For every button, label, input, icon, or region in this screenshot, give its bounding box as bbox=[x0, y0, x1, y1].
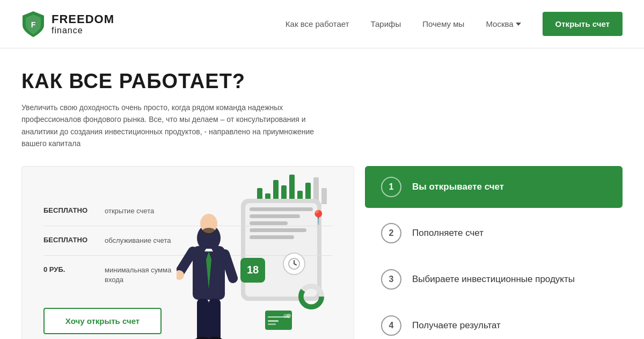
brand-name: FREEDOM bbox=[52, 13, 114, 26]
map-pin-icon: 📍 bbox=[310, 210, 327, 226]
main-content: КАК ВСЕ РАБОТАЕТ? Увеличить свою доходно… bbox=[0, 48, 644, 339]
brand-tagline: finance bbox=[52, 26, 114, 35]
page-title: КАК ВСЕ РАБОТАЕТ? bbox=[21, 70, 623, 93]
open-account-button[interactable]: Открыть счет bbox=[543, 12, 623, 36]
logo-text: FREEDOM finance bbox=[52, 13, 114, 35]
step-3-label: Выбираете инвестиционные продукты bbox=[412, 274, 575, 285]
pie-chart-svg bbox=[298, 284, 324, 309]
clock-icon bbox=[283, 253, 305, 275]
svg-line-18 bbox=[179, 251, 193, 273]
svg-point-14 bbox=[202, 228, 215, 234]
card-svg bbox=[265, 311, 292, 332]
logo-shield-icon: F bbox=[21, 10, 45, 38]
info-value-1: открытие счета bbox=[105, 206, 154, 216]
header: F FREEDOM finance Как все работает Тариф… bbox=[0, 0, 644, 48]
step-4-label: Получаете результат bbox=[412, 320, 501, 331]
steps-panel: 1 Вы открываете счет 2 Пополняете счет 3… bbox=[354, 166, 623, 339]
person-svg bbox=[177, 208, 241, 339]
step-1-number: 1 bbox=[381, 177, 401, 197]
nav-why-us[interactable]: Почему мы bbox=[422, 19, 464, 28]
person-figure bbox=[177, 208, 241, 339]
svg-rect-22 bbox=[209, 299, 221, 339]
info-label-2: БЕСПЛАТНО bbox=[43, 236, 92, 244]
pie-chart-icon bbox=[298, 284, 324, 312]
info-value-2: обслуживание счета bbox=[105, 236, 171, 246]
nav-tariffs[interactable]: Тарифы bbox=[371, 19, 401, 28]
card-icon bbox=[265, 311, 292, 334]
info-label-3: 0 РУБ. bbox=[43, 265, 92, 273]
svg-rect-21 bbox=[197, 299, 209, 339]
content-section: 18 📍 bbox=[21, 166, 623, 339]
step-1[interactable]: 1 Вы открываете счет bbox=[365, 166, 623, 208]
svg-line-20 bbox=[225, 254, 233, 278]
step-2-number: 2 bbox=[381, 223, 401, 243]
main-nav: Как все работает Тарифы Почему мы Москва… bbox=[286, 12, 623, 36]
page-description: Увеличить свою доходность очень просто, … bbox=[21, 102, 333, 150]
info-value-3: минимальная сумма входа bbox=[105, 265, 171, 285]
step-4[interactable]: 4 Получаете результат bbox=[365, 305, 623, 339]
svg-rect-8 bbox=[268, 320, 279, 322]
info-label-1: БЕСПЛАТНО bbox=[43, 206, 92, 214]
clock-svg bbox=[288, 257, 301, 270]
want-account-button[interactable]: Хочу открыть счет bbox=[43, 308, 162, 334]
svg-text:F: F bbox=[31, 20, 36, 29]
nav-how-it-works[interactable]: Как все работает bbox=[286, 19, 349, 28]
step-2-label: Пополняете счет bbox=[412, 228, 484, 239]
step-1-label: Вы открываете счет bbox=[412, 182, 504, 192]
left-card: 18 📍 bbox=[21, 166, 354, 339]
svg-rect-9 bbox=[268, 323, 276, 325]
logo[interactable]: F FREEDOM finance bbox=[21, 10, 114, 38]
svg-point-11 bbox=[287, 314, 291, 318]
step-2[interactable]: 2 Пополняете счет bbox=[365, 212, 623, 254]
step-3[interactable]: 3 Выбираете инвестиционные продукты bbox=[365, 258, 623, 300]
chevron-down-icon bbox=[516, 23, 521, 26]
nav-city[interactable]: Москва bbox=[486, 19, 521, 28]
city-label: Москва bbox=[486, 19, 513, 28]
step-3-number: 3 bbox=[381, 269, 401, 290]
number-badge: 18 bbox=[240, 258, 265, 283]
step-4-number: 4 bbox=[381, 315, 401, 336]
